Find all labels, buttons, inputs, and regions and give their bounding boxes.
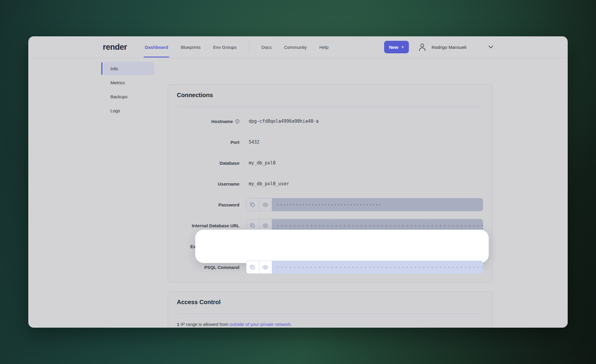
ip-range-sentence: 1 IP range is allowed from outside of yo… [177,322,483,327]
service-sidebar: InfoMetricsBackupsLogs [104,62,154,118]
row-value-area: dpg-cfd8qola4996a90hia40-a [246,115,483,128]
field-actions [246,261,272,274]
nav-item-dashboard[interactable]: Dashboard [145,45,168,50]
row-value-area: my_db_pxl0_user [246,177,483,190]
top-navigation-bar: render DashboardBlueprintsEnv GroupsDocs… [28,36,568,58]
row-label-text: Username [218,181,240,186]
sidebar-item-info[interactable]: Info [104,62,154,75]
row-label: Port [177,140,240,145]
main-column: Connections Hostname dpg-cfd8qola4996a90… [168,58,493,328]
connection-row-port: Port5432 [177,136,483,149]
masked-value-box[interactable]: ••••••••••••••••••••••••••••••••• [272,198,483,211]
spotlight-highlight [195,230,489,263]
row-label: Hostname [177,119,240,124]
ip-range-count: 1 [177,322,179,327]
access-control-title: Access Control [177,292,483,306]
desktop-background: { "header": { "logo": "render", "nav": [… [0,0,596,364]
nav-item-community[interactable]: Community [284,45,307,50]
row-label: Internal Database URL [177,223,240,228]
user-avatar-icon[interactable] [418,43,426,51]
secret-field: ••••••••••••••••••••••••••••••••• [246,198,483,211]
masked-value-dots: ••••••••••••••••••••••••••••••••••••••••… [277,224,483,228]
row-value-area: 5432 [246,136,483,149]
secret-field: ••••••••••••••••••••••••••••••••••••••••… [246,261,483,274]
copy-button[interactable] [246,261,259,273]
page-content: InfoMetricsBackupsLogs Connections Hostn… [104,58,493,328]
divider [177,107,483,107]
masked-value-dots: ••••••••••••••••••••••••••••••••• [277,203,382,207]
row-label-text: Port [231,140,240,145]
row-value-area: ••••••••••••••••••••••••••••••••• [246,198,483,211]
row-value-area: my_db_pxl0 [246,156,483,169]
row-label: Password [177,202,240,207]
connection-row-username: Usernamemy_db_pxl0_user [177,177,483,190]
main-nav: DashboardBlueprintsEnv GroupsDocsCommuni… [145,36,341,58]
row-label-text: PSQL Command [204,265,239,270]
masked-value-box[interactable]: ••••••••••••••••••••••••••••••••••••••••… [272,261,483,274]
sidebar-item-metrics[interactable]: Metrics [104,76,154,89]
row-value: my_db_pxl0_user [249,181,289,186]
plus-icon: + [401,44,404,50]
row-label-text: Internal Database URL [192,223,239,228]
connection-row-database: Databasemy_db_pxl0 [177,156,483,169]
sidebar-item-label: Metrics [111,80,125,85]
sidebar-item-backups[interactable]: Backups [104,90,154,103]
app-window: render DashboardBlueprintsEnv GroupsDocs… [28,36,568,328]
nav-item-docs[interactable]: Docs [261,45,271,50]
chevron-down-icon[interactable] [488,46,493,49]
new-button-label: New [389,45,398,50]
access-control-card: Access Control 1 IP range is allowed fro… [168,291,493,328]
period: . [291,322,292,327]
row-value: dpg-cfd8qola4996a90hia40-a [249,119,319,124]
nav-item-env-groups[interactable]: Env Groups [213,45,237,50]
connection-row-password: Password •••••••••••••••••••••••••••••••… [177,198,483,211]
sidebar-item-label: Backups [111,94,128,99]
row-label: Username [177,181,240,186]
ip-range-text: IP range is allowed from [179,322,230,327]
nav-separator [249,41,249,53]
nav-item-blueprints[interactable]: Blueprints [181,45,201,50]
divider [177,314,483,314]
copy-button[interactable] [246,198,259,211]
row-label-text: Database [220,161,240,166]
new-button[interactable]: New + [384,41,409,53]
row-value-area: ••••••••••••••••••••••••••••••••••••••••… [246,261,483,274]
row-label: PSQL Command [177,265,240,270]
reveal-button[interactable] [259,198,272,211]
row-value: my_db_pxl0 [249,160,276,166]
private-network-link[interactable]: outside of your private network [230,322,291,327]
info-icon[interactable] [235,119,240,124]
row-value: 5432 [249,139,260,145]
sidebar-item-label: Info [111,66,118,71]
row-label-text: Hostname [211,119,233,124]
masked-value-dots: ••••••••••••••••••••••••••••••••••••••••… [277,265,483,269]
nav-item-help[interactable]: Help [319,45,328,50]
reveal-button[interactable] [259,261,272,273]
field-actions [246,198,272,211]
user-name[interactable]: Rodrigo Mansueli [432,45,466,50]
connections-title: Connections [177,85,483,99]
connection-row-psql-command: PSQL Command •••••••••••••••••••••••••••… [177,261,483,274]
row-label: Database [177,161,240,166]
sidebar-item-label: Logs [111,108,120,113]
render-logo[interactable]: render [103,43,127,52]
connection-row-hostname: Hostname dpg-cfd8qola4996a90hia40-a [177,115,483,128]
sidebar-item-logs[interactable]: Logs [104,104,154,117]
row-label-text: Password [218,202,240,207]
